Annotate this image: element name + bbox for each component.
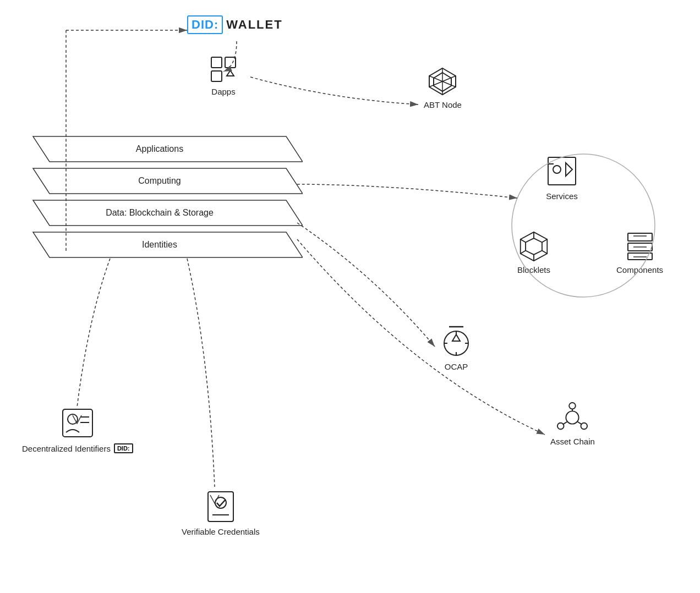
svg-rect-49 xyxy=(208,492,233,521)
decentralized-id-label: Decentralized Identifiers xyxy=(22,444,111,453)
services-label: Services xyxy=(546,191,578,201)
asset-chain-label: Asset Chain xyxy=(550,437,595,446)
arrows-overlay xyxy=(0,0,700,593)
svg-rect-5 xyxy=(225,57,236,68)
blocklets-icon xyxy=(518,231,549,262)
layer-computing-label: Computing xyxy=(138,176,181,186)
layer-applications: Applications xyxy=(17,132,303,166)
svg-point-14 xyxy=(553,166,561,173)
svg-marker-18 xyxy=(526,238,542,255)
line-identities-vc xyxy=(187,259,215,487)
components-node: Components xyxy=(616,231,663,274)
svg-line-24 xyxy=(521,239,526,243)
svg-rect-25 xyxy=(628,233,652,241)
components-icon xyxy=(626,231,654,262)
asset-chain-icon xyxy=(556,402,588,433)
layer-computing: Computing xyxy=(17,164,303,198)
svg-point-46 xyxy=(68,414,78,424)
did-badge: DID: xyxy=(114,443,133,453)
decentralized-id-icon xyxy=(61,407,95,439)
svg-line-23 xyxy=(521,250,526,254)
logo-did: DID: xyxy=(187,15,223,34)
services-icon xyxy=(545,154,579,188)
logo-wallet: WALLET xyxy=(226,18,282,32)
services-node: Services xyxy=(545,154,579,201)
ocap-label: OCAP xyxy=(445,362,468,371)
logo: DID: WALLET xyxy=(187,15,283,34)
layer-applications-label: Applications xyxy=(136,144,183,154)
svg-rect-4 xyxy=(211,57,222,68)
layer-data-label: Data: Blockchain & Storage xyxy=(106,208,214,218)
asset-chain-node: Asset Chain xyxy=(550,402,595,446)
blocklets-label: Blocklets xyxy=(517,265,550,274)
layer-identities: Identities xyxy=(17,228,303,262)
abt-node-icon xyxy=(427,66,458,97)
arrow-data-assetchain xyxy=(297,239,545,435)
diagram-canvas: DID: WALLET Applications Computing Data:… xyxy=(0,0,700,593)
abt-node-label: ABT Node xyxy=(424,100,462,109)
verifiable-creds-node: Verifiable Credentials xyxy=(182,490,260,536)
dapps-icon xyxy=(209,55,238,84)
svg-point-38 xyxy=(566,411,579,424)
ocap-node: OCAP xyxy=(440,325,472,371)
svg-line-20 xyxy=(542,239,547,243)
decentralized-id-node: Decentralized Identifiers DID: xyxy=(22,407,133,453)
arrow-computing-services xyxy=(297,184,517,198)
svg-rect-13 xyxy=(548,157,576,185)
components-label: Components xyxy=(616,265,663,274)
dapps-label: Dapps xyxy=(211,87,235,96)
layer-identities-label: Identities xyxy=(142,240,177,250)
svg-marker-33 xyxy=(452,334,460,341)
svg-line-43 xyxy=(563,422,567,425)
svg-point-39 xyxy=(570,403,576,409)
svg-rect-6 xyxy=(211,71,222,81)
layer-data: Data: Blockchain & Storage xyxy=(17,196,303,230)
line-identities-did xyxy=(77,259,110,407)
verifiable-creds-label: Verifiable Credentials xyxy=(182,527,260,536)
arrow-dapps-abt xyxy=(250,77,418,105)
ocap-icon xyxy=(440,325,472,359)
services-arc xyxy=(501,143,666,308)
dapps-node: Dapps xyxy=(209,55,238,96)
abt-node: ABT Node xyxy=(424,66,462,109)
svg-marker-7 xyxy=(227,70,234,76)
svg-line-44 xyxy=(578,422,582,425)
arrow-data-ocap xyxy=(297,223,435,347)
svg-marker-15 xyxy=(566,163,572,176)
verifiable-creds-icon xyxy=(205,490,237,524)
blocklets-node: Blocklets xyxy=(517,231,550,274)
svg-rect-27 xyxy=(628,253,652,260)
svg-line-21 xyxy=(542,250,547,254)
